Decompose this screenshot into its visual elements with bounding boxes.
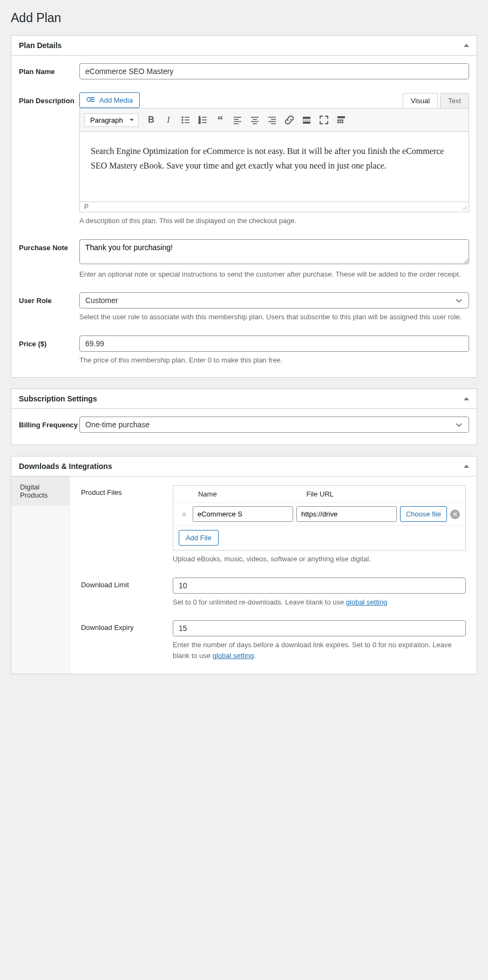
price-help: The price of this membership plan. Enter… <box>79 355 469 366</box>
label-price: Price ($) <box>19 335 79 348</box>
panel-downloads: Downloads & Integrations Digital Product… <box>11 456 477 674</box>
label-plan-name: Plan Name <box>19 63 79 76</box>
col-header-name: Name <box>194 490 302 498</box>
file-name-input[interactable] <box>193 506 293 522</box>
panel-title: Downloads & Integrations <box>19 462 112 471</box>
label-product-files: Product Files <box>81 485 173 565</box>
chevron-up-icon <box>464 465 469 468</box>
download-limit-input[interactable] <box>173 578 466 594</box>
page-title: Add Plan <box>11 11 477 25</box>
svg-rect-32 <box>337 122 339 123</box>
price-input[interactable] <box>79 335 469 352</box>
col-header-url: File URL <box>302 490 410 498</box>
panel-header-plan-details[interactable]: Plan Details <box>11 36 477 56</box>
media-icon <box>86 96 96 105</box>
svg-rect-26 <box>303 120 310 120</box>
download-expiry-input[interactable] <box>173 620 466 636</box>
editor-toolbar: Paragraph B I 123 “ <box>79 108 469 132</box>
chevron-up-icon <box>464 44 469 47</box>
purchase-note-help: Enter an optional note or special instru… <box>79 269 469 280</box>
svg-rect-33 <box>340 122 341 123</box>
product-files-help: Upload eBooks, music, videos, software o… <box>173 554 466 565</box>
file-row: ≡ Choose file ✕ <box>173 502 465 525</box>
panel-header-downloads[interactable]: Downloads & Integrations <box>11 457 477 476</box>
bullet-list-button[interactable] <box>178 112 194 128</box>
label-download-expiry: Download Expiry <box>81 620 173 661</box>
description-editor[interactable]: Search Engine Optimization for eCommerce… <box>79 132 469 202</box>
svg-rect-28 <box>337 116 345 118</box>
svg-rect-30 <box>340 119 341 121</box>
drag-handle-icon[interactable]: ≡ <box>179 510 189 519</box>
add-file-button[interactable]: Add File <box>179 530 219 546</box>
align-center-button[interactable] <box>247 112 263 128</box>
download-limit-help: Set to 0 for unlimited re-downloads. Lea… <box>173 597 466 608</box>
quote-button[interactable]: “ <box>212 112 228 128</box>
svg-point-3 <box>182 119 183 120</box>
global-setting-link[interactable]: global setting <box>213 652 254 660</box>
link-button[interactable] <box>281 112 297 128</box>
svg-rect-25 <box>303 117 310 119</box>
downloads-sidebar: Digital Products <box>11 476 70 674</box>
italic-button[interactable]: I <box>160 112 177 128</box>
svg-text:3: 3 <box>199 121 201 124</box>
billing-frequency-select[interactable]: One-time purchase <box>79 417 469 433</box>
label-user-role: User Role <box>19 292 79 305</box>
chevron-up-icon <box>464 397 469 400</box>
description-help: A description of this plan. This will be… <box>79 216 469 226</box>
panel-plan-details: Plan Details Plan Name Plan Description … <box>11 35 477 378</box>
panel-title: Subscription Settings <box>19 394 97 403</box>
download-expiry-help: Enter the number of days before a downlo… <box>173 640 466 661</box>
fullscreen-button[interactable] <box>316 112 332 128</box>
add-media-button[interactable]: Add Media <box>79 92 140 108</box>
tab-visual[interactable]: Visual <box>403 93 438 108</box>
delete-row-button[interactable]: ✕ <box>450 509 460 519</box>
user-role-help: Select the user role to associate with t… <box>79 312 469 323</box>
global-setting-link[interactable]: global setting <box>346 598 388 606</box>
choose-file-button[interactable]: Choose file <box>400 506 447 522</box>
svg-rect-29 <box>337 119 339 121</box>
svg-point-1 <box>182 117 183 118</box>
user-role-select[interactable]: Customer <box>79 292 469 308</box>
svg-rect-27 <box>303 122 310 124</box>
purchase-note-input[interactable]: Thank you for purchasing! <box>79 239 469 264</box>
add-media-label: Add Media <box>99 96 133 104</box>
panel-header-subscription[interactable]: Subscription Settings <box>11 389 477 409</box>
svg-point-0 <box>87 98 91 102</box>
svg-point-5 <box>182 122 183 123</box>
label-download-limit: Download Limit <box>81 578 173 608</box>
sidebar-item-digital-products[interactable]: Digital Products <box>11 476 70 506</box>
panel-subscription: Subscription Settings Billing Frequency … <box>11 388 477 445</box>
resize-handle-icon[interactable] <box>461 204 467 211</box>
numbered-list-button[interactable]: 123 <box>195 112 211 128</box>
label-billing-frequency: Billing Frequency <box>19 417 79 429</box>
format-select[interactable]: Paragraph <box>84 113 139 127</box>
editor-status-bar: P <box>79 202 469 212</box>
align-right-button[interactable] <box>264 112 280 128</box>
product-files-table: Name File URL ≡ Choose file ✕ Add <box>173 485 466 551</box>
label-purchase-note: Purchase Note <box>19 239 79 252</box>
bold-button[interactable]: B <box>143 112 159 128</box>
panel-title: Plan Details <box>19 41 62 50</box>
svg-rect-34 <box>342 122 343 123</box>
read-more-button[interactable] <box>299 112 315 128</box>
file-url-input[interactable] <box>296 506 397 522</box>
tab-text[interactable]: Text <box>440 93 469 108</box>
toolbar-toggle-button[interactable] <box>333 112 349 128</box>
svg-rect-31 <box>342 119 343 121</box>
label-plan-description: Plan Description <box>19 92 79 105</box>
align-left-button[interactable] <box>229 112 246 128</box>
plan-name-input[interactable] <box>79 63 469 79</box>
